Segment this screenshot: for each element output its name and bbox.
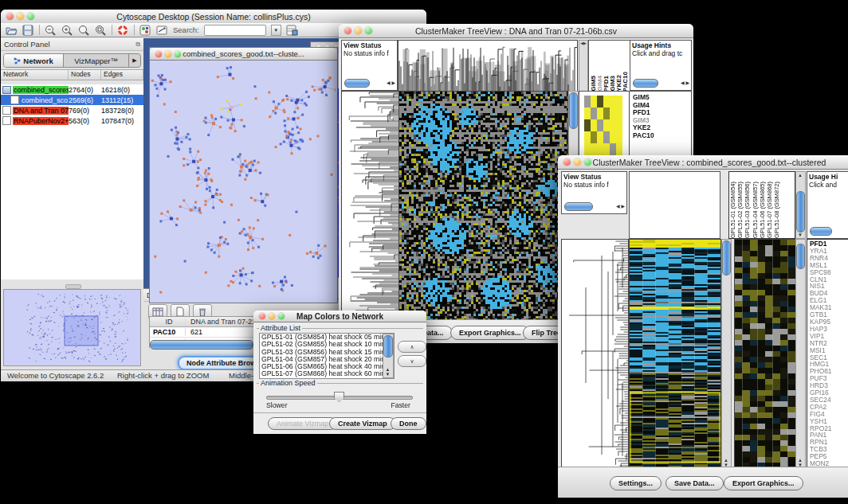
column-tree-scrollbar[interactable]: ◀▶ (579, 40, 588, 92)
network-row[interactable]: combined_scores 2764(0) 16218(0) (1, 84, 143, 95)
data-panel-hscrollbar[interactable] (150, 340, 253, 350)
treeview2-row-dendrogram[interactable] (561, 239, 629, 467)
control-panel-title: Control Panel (4, 40, 50, 49)
close-button[interactable] (563, 158, 571, 166)
zoom-button[interactable] (365, 27, 372, 34)
search-input[interactable] (204, 25, 266, 36)
minimize-button[interactable] (17, 13, 24, 20)
usage-hints-scrollbar[interactable] (810, 227, 832, 236)
network-view-canvas[interactable] (150, 61, 336, 302)
attribute-list-item[interactable]: GPL51-07 (GSM868) heat shock 60 min (260, 370, 394, 377)
treeview2-column-tree-area[interactable] (629, 171, 720, 239)
frame-minimize-button[interactable] (165, 51, 171, 57)
view-status-scrollbar[interactable] (344, 79, 370, 88)
toolbar-separator (134, 25, 135, 35)
status-welcome: Welcome to Cytoscape 2.6.2 (7, 371, 104, 380)
toolbar-separator (112, 25, 112, 35)
zoom-selected-icon[interactable] (95, 25, 107, 36)
search-dropdown-arrow[interactable]: ▼ (271, 25, 281, 36)
attribute-list: GPL51-01 (GSM854) heat shock 05 minGPL51… (259, 333, 395, 379)
done-button[interactable]: Done (391, 417, 426, 430)
gene-label[interactable]: PAC10 (633, 132, 654, 140)
network-type-icon (2, 106, 11, 115)
network-overview-panel[interactable] (3, 289, 141, 366)
scroll-arrows[interactable]: ◀ ▶ (387, 79, 395, 87)
treeview1-view-status: View StatusNo status info f ◀ ▶ (341, 40, 398, 91)
view-status-scrollbar[interactable] (564, 202, 593, 211)
treeview2-zoom-heatmap[interactable] (734, 239, 796, 467)
zoom-out-icon[interactable] (45, 25, 57, 36)
usage-hints-scrollbar[interactable] (633, 79, 658, 88)
labels-vscrollbar[interactable]: ▲▼ (795, 171, 806, 239)
settings-button[interactable]: Settings... (610, 476, 662, 490)
frame-zoom-button[interactable] (175, 51, 181, 57)
network-type-icon (2, 116, 11, 125)
tab-network[interactable]: Network (4, 54, 64, 67)
zoom-button[interactable] (584, 158, 591, 166)
tab-vizmapper[interactable]: VizMapper™ (64, 54, 129, 67)
status-hint-zoom: Right-click + drag to ZOOM (117, 371, 209, 380)
window-controls (6, 13, 34, 20)
dialog-title-bar[interactable]: Map Colors to Network (253, 311, 426, 322)
column-label[interactable]: GPL51-06 (GSM865) (759, 182, 766, 238)
vizmapper-icon[interactable] (139, 25, 151, 36)
animate-vizmap-button[interactable]: Animate Vizmap (268, 417, 337, 430)
faster-label: Faster (391, 401, 410, 409)
column-label[interactable]: GPL51-03 (GSM856) (744, 182, 751, 238)
attribute-list-scrollbar[interactable]: ▲▼ (383, 334, 394, 378)
float-panel-icon[interactable]: ⧉ (135, 41, 140, 49)
column-label[interactable]: GPL51-07 (GSM868) (766, 182, 773, 238)
main-title-bar[interactable]: Cytoscape Desktop (Session Name: collins… (1, 10, 426, 24)
move-down-button[interactable]: ∨ (398, 355, 426, 367)
close-button[interactable] (344, 27, 351, 34)
treeview1-heatmap[interactable] (398, 91, 568, 320)
treeview1-column-labels: GIM5GIM4PFD1GIM3YKE2PAC10 (588, 40, 631, 92)
export-graphics-button[interactable]: Export Graphics... (450, 326, 530, 340)
column-label[interactable]: GPL51-01 (GSM854) (729, 182, 736, 238)
scroll-arrows[interactable]: ◀ ▶ (616, 202, 625, 210)
treeview2-title-bar[interactable]: ClusterMaker TreeView : combined_scores_… (558, 155, 848, 170)
create-vizmap-button[interactable]: Create Vizmap (329, 417, 396, 430)
slower-label: Slower (266, 401, 288, 409)
close-button[interactable] (259, 313, 265, 319)
treeview2-genelist-vscrollbar[interactable]: ▲▼ (795, 239, 806, 469)
close-button[interactable] (6, 13, 14, 20)
toolbar-separator (39, 25, 40, 35)
column-label[interactable]: GPL51-04 (GSM857) (752, 182, 759, 238)
move-up-button[interactable]: ∧ (398, 341, 426, 353)
open-file-icon[interactable] (6, 25, 18, 36)
minimize-button[interactable] (574, 158, 581, 166)
zoom-button[interactable] (27, 13, 34, 20)
save-icon[interactable] (22, 25, 34, 36)
network-row[interactable]: combined_sco 2569(6) 13112(15) (1, 95, 143, 105)
zoom-in-icon[interactable] (61, 25, 73, 36)
minimize-button[interactable] (355, 27, 362, 34)
treeview1-title: ClusterMaker TreeView : DNA and Tran 07-… (339, 26, 693, 36)
export-graphics-button[interactable]: Export Graphics... (724, 476, 803, 490)
save-data-button[interactable]: Save Data... (665, 476, 724, 490)
slider-thumb[interactable] (334, 392, 344, 402)
column-label[interactable]: GPL51-08 (GSM872) (773, 182, 780, 238)
treeview2-window: ClusterMaker TreeView : combined_scores_… (558, 155, 848, 498)
treeview2-heatmap[interactable] (629, 239, 721, 467)
network-frame-active[interactable]: combined_scores_good.txt--cluste... (149, 47, 338, 303)
annotation-icon[interactable] (156, 25, 168, 36)
zoom-button[interactable] (278, 313, 285, 319)
scroll-arrows[interactable]: ◀ ▶ (681, 79, 689, 87)
column-label[interactable]: PAC10 (622, 72, 629, 92)
frame-close-button[interactable] (155, 51, 162, 57)
network-row[interactable]: DNA and Tran 07 769(0) 183728(0) (1, 105, 143, 115)
tabs-overflow-button[interactable]: ▶ (129, 54, 140, 67)
network-list: combined_scores 2764(0) 16218(0) combine… (1, 84, 143, 279)
minimize-button[interactable] (269, 313, 275, 319)
treeview1-column-dendrogram[interactable] (398, 40, 578, 92)
configure-table-icon[interactable] (286, 25, 298, 36)
treeview1-row-dendrogram[interactable] (341, 91, 399, 320)
network-row[interactable]: RNAPuberNov2+ 563(0) 107847(0) (1, 115, 143, 126)
treeview2-gene-list: PFD1YRA1RNR4MSL1SPC98CLN1NIS1BUD4ELG1MAK… (807, 239, 848, 467)
zoom-fit-icon[interactable] (78, 25, 90, 36)
treeview2-heatmap-vscrollbar[interactable]: ▲▼ (721, 239, 732, 469)
help-lifebuoy-icon[interactable] (117, 25, 129, 36)
network-overview-canvas[interactable] (4, 290, 140, 364)
treeview1-title-bar[interactable]: ClusterMaker TreeView : DNA and Tran 07-… (339, 24, 693, 38)
